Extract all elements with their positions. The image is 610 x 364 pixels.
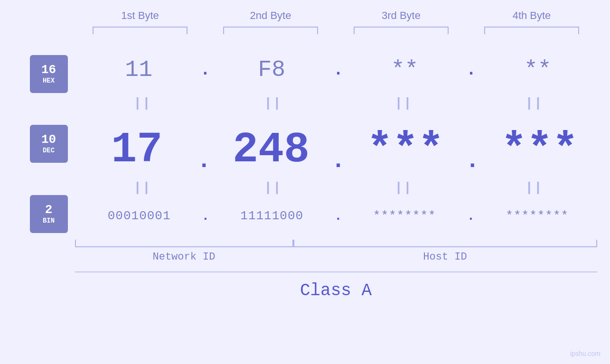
dec-cell-3: ***: [348, 126, 462, 174]
top-brackets: [75, 27, 597, 34]
watermark: ipshu.com: [570, 350, 601, 357]
eq2-1: ||: [90, 180, 195, 195]
bracket-2: [223, 27, 318, 34]
hex-dot-1: .: [200, 60, 210, 80]
dec-row: 17 . 248 . *** . ***: [77, 112, 600, 174]
dec-cell-1: 17: [80, 126, 194, 174]
dec-value-4: ***: [501, 126, 578, 174]
hex-dot-2: .: [333, 60, 344, 80]
hex-row: 11 . F8 . ** . **: [77, 46, 600, 93]
eq-1: ||: [90, 96, 195, 111]
bin-cell-2: 11111000: [215, 209, 329, 223]
bin-value-3: ********: [373, 209, 436, 223]
dec-dot-1: .: [197, 147, 211, 174]
hex-cell-2: F8: [215, 57, 328, 83]
dec-value-3: ***: [367, 126, 444, 174]
dec-value-2: 248: [233, 126, 310, 174]
bracket-1: [93, 27, 188, 34]
rows-wrapper: 16 HEX 10 DEC 2 BIN 11 . F8: [20, 39, 604, 235]
byte-label-2: 2nd Byte: [218, 9, 323, 22]
hex-cell-3: **: [348, 57, 462, 83]
bin-num: 2: [45, 204, 53, 216]
eq2-4: ||: [482, 180, 586, 195]
bin-name: BIN: [43, 217, 55, 224]
byte-label-1: 1st Byte: [88, 9, 192, 22]
dec-dot-2: .: [331, 147, 345, 174]
dec-cell-2: 248: [214, 126, 328, 174]
hex-dot-3: .: [466, 60, 477, 80]
dec-dot-3: .: [465, 147, 479, 174]
equals-row-2: || || || ||: [77, 178, 600, 197]
bin-value-4: ********: [506, 209, 569, 223]
hex-badge: 16 HEX: [30, 55, 68, 93]
values-column: 11 . F8 . ** . ** || || || ||: [77, 39, 604, 235]
bin-dot-1: .: [202, 209, 210, 224]
badges-column: 16 HEX 10 DEC 2 BIN: [20, 39, 77, 235]
main-container: 1st Byte 2nd Byte 3rd Byte 4th Byte 16 H…: [0, 0, 610, 364]
id-labels: Network ID Host ID: [75, 251, 597, 263]
hex-value-1: 11: [125, 57, 152, 83]
bin-value-2: 11111000: [240, 209, 303, 223]
dec-num: 10: [41, 133, 56, 146]
hex-num: 16: [41, 64, 56, 76]
class-row: Class A: [75, 271, 597, 300]
eq-2: ||: [221, 96, 325, 111]
bracket-3: [354, 27, 449, 34]
bin-value-1: 00010001: [108, 209, 171, 223]
bin-dot-3: .: [467, 209, 475, 224]
bin-cell-4: ********: [480, 209, 594, 223]
bin-dot-2: .: [334, 209, 342, 224]
eq2-2: ||: [221, 180, 325, 195]
hex-value-4: **: [524, 57, 552, 83]
bottom-brackets: [75, 240, 597, 247]
equals-row-1: || || || ||: [77, 93, 600, 112]
network-bracket: [75, 240, 293, 247]
bin-row: 00010001 . 11111000 . ******** . *******…: [77, 197, 600, 235]
dec-cell-4: ***: [483, 126, 597, 174]
hex-name: HEX: [43, 77, 55, 84]
bracket-4: [484, 27, 579, 34]
eq-4: ||: [482, 96, 586, 111]
byte-label-3: 3rd Byte: [349, 9, 453, 22]
eq2-3: ||: [351, 180, 456, 195]
dec-badge: 10 DEC: [30, 125, 68, 163]
dec-name: DEC: [43, 147, 55, 154]
dec-value-1: 17: [111, 126, 162, 174]
host-id-label: Host ID: [293, 251, 597, 263]
hex-value-3: **: [391, 57, 419, 83]
class-label: Class A: [300, 281, 372, 300]
host-bracket: [293, 240, 597, 247]
bottom-section: Network ID Host ID: [75, 240, 597, 263]
eq-3: ||: [351, 96, 456, 111]
byte-label-4: 4th Byte: [479, 9, 584, 22]
hex-cell-4: **: [481, 57, 595, 83]
hex-cell-1: 11: [82, 57, 196, 83]
bin-cell-1: 00010001: [82, 209, 196, 223]
bin-badge: 2 BIN: [30, 195, 68, 233]
bin-cell-3: ********: [347, 209, 461, 223]
network-id-label: Network ID: [75, 251, 293, 263]
byte-headers: 1st Byte 2nd Byte 3rd Byte 4th Byte: [75, 9, 597, 22]
hex-value-2: F8: [258, 57, 286, 83]
